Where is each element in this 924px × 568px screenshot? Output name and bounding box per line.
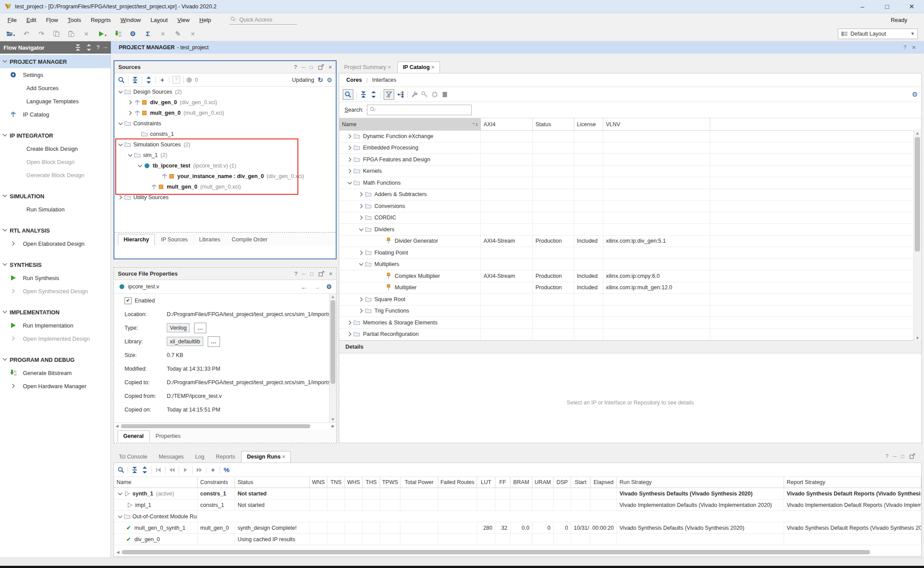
chip-button[interactable] bbox=[431, 91, 438, 98]
tab-project-summary[interactable]: Project Summary × bbox=[339, 62, 396, 73]
close-icon[interactable]: × bbox=[281, 454, 286, 460]
sidebar-item-ip-catalog[interactable]: IP Catalog bbox=[0, 108, 110, 121]
chevron-right-icon[interactable] bbox=[358, 203, 365, 210]
column-header-license[interactable]: License bbox=[574, 118, 603, 130]
close-icon[interactable]: ✕ bbox=[912, 44, 916, 51]
column-header-axi4[interactable]: AXI4 bbox=[481, 118, 533, 130]
source-tree-row[interactable]: div_gen_0 (div_gen_0.xci) bbox=[114, 97, 336, 108]
menu-help[interactable]: Help bbox=[194, 15, 216, 25]
source-tree-row[interactable]: Design Sources (2) bbox=[114, 87, 336, 97]
next1-button[interactable] bbox=[182, 466, 189, 473]
chevron-right-icon[interactable] bbox=[127, 99, 134, 106]
vertical-scrollbar[interactable]: ▲▼ bbox=[913, 130, 921, 342]
collapse-all-icon[interactable] bbox=[74, 44, 81, 51]
tab-hierarchy[interactable]: Hierarchy bbox=[118, 234, 155, 245]
menu-tools[interactable]: Tools bbox=[63, 15, 86, 25]
flow-section-header-rtl-analysis[interactable]: RTL ANALYSIS bbox=[0, 224, 110, 237]
chevron-down-icon[interactable] bbox=[346, 179, 353, 186]
menu-layout[interactable]: Layout bbox=[146, 15, 172, 25]
expand-all-button[interactable] bbox=[141, 466, 148, 473]
redo-button[interactable]: ↷ bbox=[38, 30, 45, 37]
minimize-icon[interactable]: ─ bbox=[893, 453, 897, 459]
chevron-right-icon[interactable] bbox=[358, 191, 365, 198]
chevron-right-icon[interactable] bbox=[346, 167, 353, 175]
menu-reports[interactable]: Reports bbox=[86, 15, 116, 25]
close-icon[interactable]: × bbox=[386, 64, 391, 70]
ip-catalog-row[interactable]: Multipliers bbox=[339, 259, 921, 271]
maximize-icon[interactable]: □ bbox=[901, 453, 904, 459]
source-tree-row[interactable]: Utility Sources bbox=[114, 192, 336, 203]
layout-selector[interactable]: Default Layout ▼ bbox=[838, 29, 918, 39]
tab-messages[interactable]: Messages bbox=[154, 451, 189, 462]
chevron-right-icon[interactable] bbox=[358, 296, 365, 303]
source-tree-row[interactable]: tb_ipcore_test (ipcore_test.v) (1) bbox=[114, 160, 336, 171]
search-button[interactable] bbox=[117, 466, 125, 473]
menu-edit[interactable]: Edit bbox=[22, 15, 41, 25]
panel-square-button[interactable] bbox=[441, 91, 448, 98]
show-help-button[interactable]: ? bbox=[172, 76, 180, 84]
sidebar-item-run-synthesis[interactable]: Run Synthesis bbox=[0, 271, 110, 284]
column-header-whs[interactable]: WHS bbox=[345, 477, 363, 488]
source-tree-row[interactable]: mult_gen_0 (mult_gen_0.xci) bbox=[114, 108, 336, 118]
tab-libraries[interactable]: Libraries bbox=[194, 234, 226, 245]
horizontal-scrollbar[interactable]: ◀▶ bbox=[114, 422, 336, 429]
design-run-row[interactable]: synth_1 (active)constrs_1Not startedViva… bbox=[114, 488, 921, 499]
source-tree-row[interactable]: Simulation Sources (2) bbox=[114, 139, 336, 150]
ip-catalog-row[interactable]: Kernels bbox=[339, 166, 921, 178]
wrench-button[interactable] bbox=[411, 91, 418, 98]
collapse-all-button[interactable] bbox=[132, 76, 139, 84]
vertical-scrollbar[interactable]: ▲▼ bbox=[329, 294, 336, 422]
ip-catalog-row[interactable]: Complex MultiplierAXI4-StreamProductionI… bbox=[339, 270, 921, 282]
chevron-down-icon[interactable] bbox=[358, 261, 365, 268]
percent-button[interactable]: % bbox=[223, 466, 230, 473]
chevron-right-icon[interactable] bbox=[346, 133, 353, 140]
collapse-all-button[interactable] bbox=[131, 466, 138, 473]
tab-properties[interactable]: Properties bbox=[150, 431, 186, 442]
chevron-right-icon[interactable] bbox=[358, 307, 365, 314]
design-run-row[interactable]: ✔div_gen_0Using cached IP results bbox=[114, 534, 921, 545]
chevron-down-icon[interactable] bbox=[117, 490, 124, 497]
source-tree-row[interactable]: sim_1 (2) bbox=[114, 150, 336, 160]
settings-gear-button[interactable]: ⚙ bbox=[129, 30, 136, 37]
sidebar-item-language-templates[interactable]: Language Templates bbox=[0, 95, 110, 108]
gear-icon[interactable]: ⚙ bbox=[326, 283, 332, 290]
float-icon[interactable] bbox=[909, 453, 916, 460]
chevron-down-icon[interactable] bbox=[117, 120, 124, 127]
run-button[interactable]: ▾ bbox=[98, 30, 106, 37]
chevron-down-icon[interactable] bbox=[127, 152, 134, 159]
chevron-right-icon[interactable] bbox=[117, 194, 124, 201]
skip-start-button[interactable] bbox=[155, 466, 162, 473]
horizontal-scrollbar[interactable]: ◀ bbox=[115, 549, 920, 555]
chevron-down-icon[interactable] bbox=[117, 141, 124, 148]
chevron-right-icon[interactable] bbox=[358, 214, 365, 221]
column-header-ff[interactable]: FF bbox=[495, 477, 510, 488]
flow-section-header-project-manager[interactable]: PROJECT MANAGER bbox=[0, 55, 110, 68]
flow-section-header-implementation[interactable]: IMPLEMENTATION bbox=[0, 306, 110, 319]
ip-catalog-row[interactable]: Dynamic Function eXchange bbox=[339, 131, 921, 142]
column-header-run_strategy[interactable]: Run Strategy bbox=[617, 477, 784, 488]
menu-file[interactable]: File bbox=[3, 15, 22, 25]
next2-button[interactable] bbox=[196, 466, 203, 473]
menu-window[interactable]: Window bbox=[116, 15, 146, 25]
plus-button[interactable]: + bbox=[209, 466, 216, 473]
flow-section-header-simulation[interactable]: SIMULATION bbox=[0, 189, 110, 203]
minimize-icon[interactable]: ─ bbox=[103, 44, 107, 51]
expand-all-button[interactable] bbox=[370, 91, 377, 98]
ip-catalog-row[interactable]: Partial Reconfiguration bbox=[339, 329, 921, 341]
search-button[interactable] bbox=[118, 76, 125, 84]
source-tree-row[interactable]: constrs_1 bbox=[114, 129, 336, 139]
tab-reports[interactable]: Reports bbox=[210, 451, 240, 462]
enabled-checkbox[interactable]: ✔ bbox=[125, 297, 132, 304]
cancel-x-button[interactable]: × bbox=[159, 30, 166, 37]
refresh-icon[interactable]: ↻ bbox=[318, 76, 323, 84]
chevron-right-icon[interactable] bbox=[346, 144, 353, 151]
column-header-dsp[interactable]: DSP bbox=[554, 477, 571, 488]
undo-button[interactable]: ↶ bbox=[23, 30, 30, 37]
column-header-start[interactable]: Start bbox=[571, 477, 590, 488]
column-header-status[interactable]: Status bbox=[235, 477, 310, 488]
minimize-icon[interactable]: ─ bbox=[302, 271, 306, 277]
tab-compile-order[interactable]: Compile Order bbox=[227, 234, 273, 245]
chevron-down-icon[interactable] bbox=[117, 513, 124, 520]
generate-bitstream-button[interactable]: 0110 bbox=[114, 30, 121, 37]
ip-catalog-row[interactable]: Divider GeneratorAXI4-StreamProductionIn… bbox=[339, 236, 921, 248]
